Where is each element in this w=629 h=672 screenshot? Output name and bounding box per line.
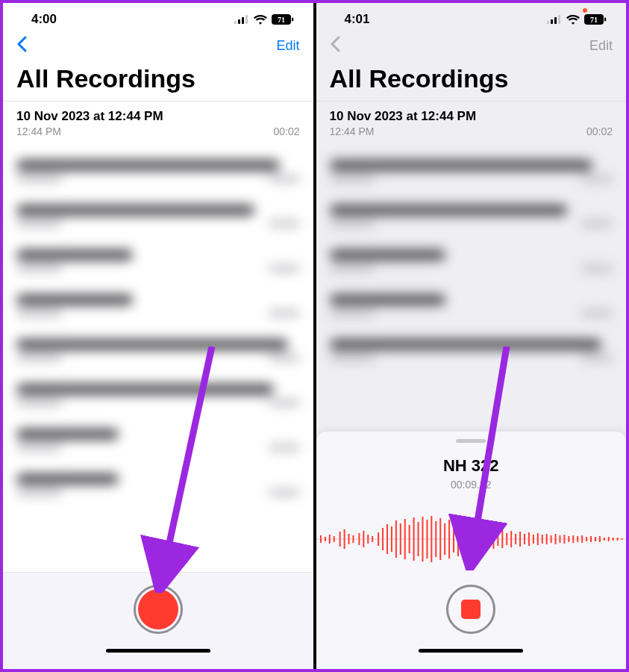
svg-rect-7 bbox=[547, 21, 549, 24]
status-bar: 4:00 71 bbox=[3, 3, 313, 31]
cellular-icon bbox=[547, 15, 562, 24]
blurred-list bbox=[3, 160, 313, 496]
recording-title: 10 Nov 2023 at 12:44 PM bbox=[330, 109, 613, 124]
stop-icon bbox=[461, 600, 481, 619]
recording-drawer[interactable]: NH 322 00:09.32 bbox=[316, 432, 627, 669]
svg-rect-2 bbox=[242, 17, 244, 24]
svg-rect-10 bbox=[558, 15, 560, 24]
status-bar: 4:01 71 bbox=[316, 3, 627, 31]
edit-button[interactable]: Edit bbox=[589, 38, 613, 54]
status-time: 4:01 bbox=[345, 12, 370, 27]
svg-rect-8 bbox=[551, 19, 553, 24]
recording-meta: 12:44 PM 00:02 bbox=[16, 125, 300, 137]
back-button[interactable] bbox=[330, 36, 340, 55]
status-time: 4:00 bbox=[31, 12, 57, 27]
recording-duration: 00:02 bbox=[586, 125, 613, 137]
cellular-icon bbox=[234, 15, 249, 24]
recording-time: 12:44 PM bbox=[330, 125, 375, 137]
recording-duration: 00:02 bbox=[273, 125, 299, 137]
svg-rect-5 bbox=[292, 18, 293, 22]
wifi-icon bbox=[254, 15, 267, 25]
drawer-grabber[interactable] bbox=[456, 439, 486, 443]
record-toolbar bbox=[3, 572, 313, 669]
current-recording-elapsed: 00:09.32 bbox=[451, 479, 492, 491]
recording-time: 12:44 PM bbox=[16, 125, 61, 137]
svg-rect-0 bbox=[234, 21, 237, 24]
page-title: All Recordings bbox=[3, 61, 313, 101]
svg-rect-1 bbox=[238, 19, 240, 24]
stop-button[interactable] bbox=[446, 585, 495, 634]
record-button[interactable] bbox=[134, 585, 183, 634]
blurred-list bbox=[316, 160, 627, 361]
list-item[interactable]: 10 Nov 2023 at 12:44 PM 12:44 PM 00:02 bbox=[3, 101, 313, 143]
recordings-list[interactable]: 10 Nov 2023 at 12:44 PM 12:44 PM 00:02 bbox=[3, 101, 313, 572]
home-indicator[interactable] bbox=[106, 649, 210, 653]
nav-bar: Edit bbox=[316, 31, 627, 61]
phone-left: 4:00 71 Edit All Recordings 10 Nov 2023 … bbox=[3, 3, 313, 669]
battery-icon: 71 bbox=[584, 14, 607, 25]
status-icons: 71 bbox=[234, 14, 294, 25]
back-button[interactable] bbox=[16, 36, 27, 55]
list-item[interactable]: 10 Nov 2023 at 12:44 PM 12:44 PM 00:02 bbox=[316, 101, 627, 143]
svg-rect-3 bbox=[245, 15, 248, 24]
status-icons: 71 bbox=[547, 14, 607, 25]
home-indicator[interactable] bbox=[419, 649, 523, 653]
edit-button[interactable]: Edit bbox=[276, 38, 299, 54]
page-title: All Recordings bbox=[316, 61, 627, 101]
recording-indicator-dot bbox=[583, 8, 587, 13]
svg-text:71: 71 bbox=[590, 16, 598, 24]
battery-level: 71 bbox=[278, 16, 285, 24]
recording-title: 10 Nov 2023 at 12:44 PM bbox=[16, 109, 300, 124]
svg-rect-12 bbox=[604, 18, 606, 22]
record-icon bbox=[138, 589, 178, 629]
phone-right: 4:01 71 Edit All Recordings 10 Nov 2023 … bbox=[316, 3, 627, 669]
wifi-icon bbox=[566, 15, 580, 25]
waveform bbox=[316, 513, 627, 565]
recording-meta: 12:44 PM 00:02 bbox=[330, 125, 613, 137]
svg-rect-9 bbox=[554, 17, 557, 24]
nav-bar: Edit bbox=[3, 31, 313, 61]
battery-icon: 71 bbox=[272, 14, 294, 25]
dual-phone-layout: 4:00 71 Edit All Recordings 10 Nov 2023 … bbox=[0, 0, 629, 672]
current-recording-name: NH 322 bbox=[443, 456, 499, 476]
